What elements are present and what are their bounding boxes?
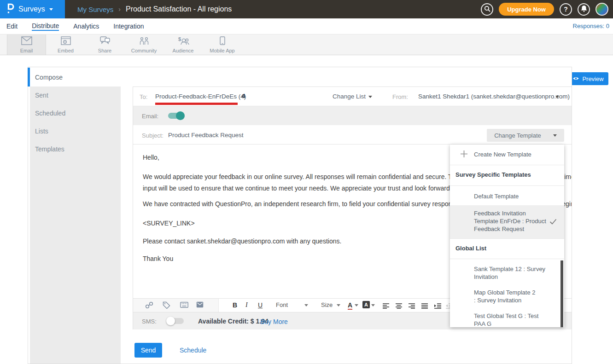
text-color-caret-icon [355, 304, 358, 306]
default-template-item[interactable]: Default Template [474, 192, 553, 200]
dropdown-divider [450, 185, 564, 186]
schedule-link[interactable]: Schedule [180, 347, 206, 354]
channel-mobile-app-label: Mobile App [210, 48, 234, 53]
plus-icon [460, 150, 468, 160]
dropdown-divider [450, 165, 564, 165]
chevron-down-icon [49, 8, 53, 11]
global-template-item[interactable]: Test Global Test G : Test PAA G [474, 312, 553, 327]
dropdown-divider [450, 238, 564, 239]
subject-label: Subject: [142, 132, 163, 139]
tab-analytics[interactable]: Analytics [73, 23, 99, 30]
send-button[interactable]: Send [134, 343, 162, 358]
email-icon [21, 36, 32, 47]
tab-distribute[interactable]: Distribute [32, 22, 59, 31]
align-right-icon[interactable] [409, 302, 415, 311]
mobile-app-icon [220, 36, 225, 47]
sms-toggle-label: SMS: [142, 318, 157, 325]
breadcrumb: My Surveys › Product Satisfaction - All … [77, 0, 232, 18]
size-dropdown[interactable]: Size [321, 301, 333, 308]
body-line: <SURVEY_LINK> [143, 219, 195, 228]
from-value[interactable]: Sanket1 Shekdar1 (sanket.shekdar@questio… [418, 93, 570, 100]
to-list-underline [155, 103, 238, 105]
page-title: Product Satisfaction - All regions [126, 5, 232, 13]
insert-link-icon[interactable] [145, 301, 153, 311]
audience-icon: $ [177, 36, 189, 47]
sidebar-item-scheduled[interactable]: Scheduled [35, 110, 65, 117]
notifications-button[interactable] [578, 3, 590, 16]
upgrade-now-button[interactable]: Upgrade Now [499, 3, 554, 16]
preview-button[interactable]: Preview [568, 72, 608, 85]
text-color-button[interactable]: A [348, 301, 352, 310]
selected-template-item[interactable]: Feedback Invitation Template EnFrDe : Pr… [450, 205, 564, 238]
channel-embed[interactable]: Embed [46, 35, 85, 55]
brand-label: Surveys [18, 5, 45, 13]
breadcrumb-my-surveys[interactable]: My Surveys [77, 6, 113, 13]
user-avatar[interactable] [595, 3, 608, 16]
channel-share-label: Share [98, 48, 111, 53]
change-template-caret-icon [553, 134, 557, 137]
tab-integration[interactable]: Integration [113, 23, 144, 30]
selected-template-line: Template EnFrDe : Product [474, 217, 546, 225]
channel-audience[interactable]: $ Audience [163, 35, 203, 55]
buy-more-link[interactable]: Buy More [260, 318, 288, 325]
align-left-icon[interactable] [383, 302, 389, 311]
sidebar-item-templates[interactable]: Templates [35, 145, 64, 153]
global-template-item[interactable]: Sank Template 12 : Survey Invitation [474, 265, 553, 281]
global-template-line: Invitation [474, 273, 553, 281]
product-switcher[interactable]: Surveys [0, 0, 65, 18]
search-button[interactable] [481, 3, 493, 16]
selected-template-line: Feedback Invitation [474, 209, 546, 217]
dropdown-divider [450, 259, 564, 259]
body-line: Thank You [143, 254, 173, 263]
bg-color-button[interactable]: A [362, 301, 370, 308]
survey-nav: Edit Distribute Analytics Integration [0, 18, 613, 35]
align-justify-icon[interactable] [421, 302, 428, 311]
channel-share[interactable]: Share [85, 35, 124, 55]
italic-button[interactable]: I [245, 301, 248, 309]
from-label: From: [392, 93, 408, 100]
email-toggle-row [133, 106, 572, 125]
to-list-value[interactable]: Product-Feedback-EnFrDeEs (4) [155, 93, 246, 100]
dropdown-scrollbar[interactable] [560, 260, 563, 327]
change-list-button[interactable]: Change List [333, 93, 366, 100]
tab-edit[interactable]: Edit [6, 23, 18, 30]
to-label: To: [140, 93, 147, 100]
font-dropdown[interactable]: Font [276, 301, 288, 308]
sidebar-item-lists[interactable]: Lists [35, 127, 48, 135]
create-new-template-item[interactable]: Create New Template [474, 150, 553, 158]
insert-image-icon[interactable] [196, 301, 204, 310]
body-line: Hello, [143, 153, 159, 162]
help-button[interactable]: ? [560, 3, 572, 16]
sidebar-item-sent[interactable]: Sent [35, 92, 48, 99]
channel-email[interactable]: Email [7, 35, 46, 55]
from-caret-icon [555, 96, 559, 98]
email-toggle-knob[interactable] [176, 111, 185, 120]
bold-button[interactable]: B [233, 301, 237, 309]
align-center-icon[interactable] [396, 302, 402, 311]
subject-value[interactable]: Product Feedback Request [168, 132, 244, 139]
change-template-label: Change Template [494, 132, 541, 139]
indent-increase-icon[interactable] [434, 302, 441, 311]
global-template-line: Map Global Template 2 [474, 289, 553, 296]
channel-mobile-app[interactable]: Mobile App [203, 35, 242, 55]
channel-community[interactable]: Community [124, 35, 163, 55]
questionpro-logo-icon [6, 3, 14, 16]
global-template-item[interactable]: Map Global Template 2 : Survey Invitatio… [474, 289, 553, 304]
email-toggle-label: Email: [142, 113, 158, 120]
responses-count[interactable]: Responses: 0 [573, 23, 610, 29]
sidebar-item-compose[interactable]: Compose [35, 74, 63, 81]
search-icon [484, 6, 490, 13]
global-template-line: : Survey Invitation [474, 296, 553, 304]
underline-button[interactable]: U [258, 301, 263, 309]
global-template-line: Test Global Test G : Test [474, 312, 553, 320]
size-caret-icon [337, 304, 340, 306]
sms-toggle-knob[interactable] [166, 317, 175, 325]
change-list-caret-icon [368, 96, 372, 98]
merge-tag-icon[interactable] [163, 301, 170, 311]
survey-templates-header: Survey Specific Templates [455, 171, 531, 178]
global-list-header: Global List [455, 245, 486, 252]
preview-label: Preview [582, 75, 603, 82]
change-template-button[interactable]: Change Template [487, 129, 564, 142]
keyboard-icon[interactable] [180, 301, 188, 310]
available-credit: Available Credit: $ 1.94 [198, 318, 269, 325]
